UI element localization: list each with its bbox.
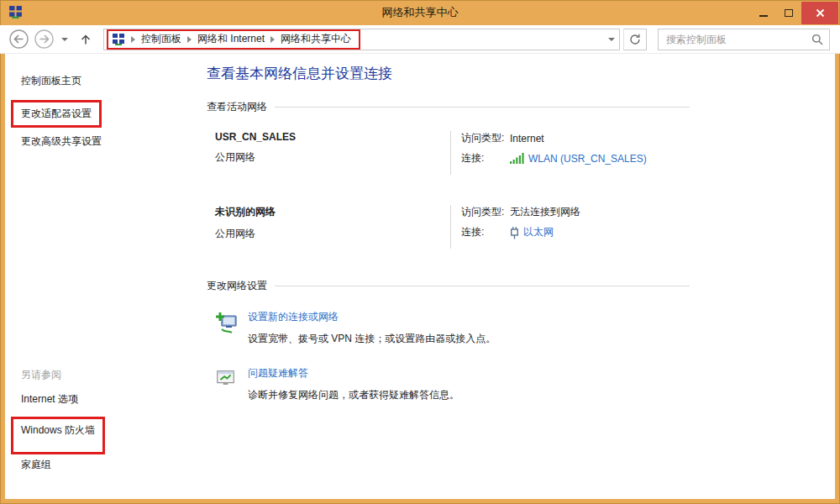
troubleshoot-problems-link[interactable]: 问题疑难解答: [248, 366, 308, 381]
refresh-button[interactable]: [623, 29, 647, 50]
change-settings-label: 更改网络设置: [207, 279, 267, 293]
network-type: 公用网络: [215, 150, 450, 165]
section-rule: [275, 286, 690, 286]
close-icon: [816, 8, 825, 18]
close-button[interactable]: [801, 2, 838, 24]
breadcrumb-arrow-icon[interactable]: [187, 36, 192, 43]
sidebar-item-advanced-sharing[interactable]: 更改高级共享设置: [21, 134, 197, 149]
network-type: 公用网络: [215, 227, 450, 241]
troubleshoot-icon: [215, 366, 239, 402]
breadcrumb-arrow-icon[interactable]: [131, 36, 135, 43]
network-sharing-center-window: 网络和共享中心: [0, 0, 840, 504]
recent-pages-dropdown[interactable]: [59, 38, 71, 41]
network-name: USR_CN_SALES: [215, 131, 450, 143]
ethernet-connection-link[interactable]: 以太网: [523, 225, 554, 239]
task-troubleshoot: 问题疑难解答 诊断并修复网络问题，或者获得疑难解答信息。: [207, 366, 690, 402]
sidebar-item-change-adapter-settings[interactable]: 更改适配器设置: [21, 107, 92, 121]
access-type-label: 访问类型:: [461, 131, 510, 145]
address-bar[interactable]: 控制面板 网络和 Internet 网络和共享中心: [103, 29, 620, 50]
search-input[interactable]: [664, 33, 811, 46]
section-rule: [275, 107, 690, 108]
content-area: 控制面板主页 更改适配器设置 更改高级共享设置 另请参阅 Internet 选项…: [5, 54, 835, 499]
breadcrumb: 控制面板 网络和 Internet 网络和共享中心: [107, 29, 360, 50]
refresh-icon: [629, 34, 641, 45]
main-panel: 查看基本网络信息并设置连接 查看活动网络 USR_CN_SALES 公用网络 访…: [197, 54, 835, 499]
change-settings-header: 更改网络设置: [207, 279, 690, 293]
network-row-ethernet: 未识别的网络 公用网络 访问类型: 无法连接到网络 连接:: [207, 205, 690, 249]
breadcrumb-arrow-icon[interactable]: [270, 36, 275, 43]
navigation-toolbar: 控制面板 网络和 Internet 网络和共享中心: [0, 25, 840, 54]
sidebar-item-internet-options[interactable]: Internet 选项: [21, 392, 105, 407]
sidebar-item-windows-firewall[interactable]: Windows 防火墙: [21, 423, 95, 438]
network-name: 未识别的网络: [215, 205, 450, 219]
sidebar: 控制面板主页 更改适配器设置 更改高级共享设置 另请参阅 Internet 选项…: [5, 54, 197, 499]
sidebar-item-control-panel-home[interactable]: 控制面板主页: [21, 74, 197, 88]
connection-label: 连接:: [461, 151, 510, 165]
search-icon[interactable]: [811, 34, 823, 45]
access-type-value: 无法连接到网络: [510, 205, 580, 219]
search-box: [658, 29, 830, 50]
wifi-signal-icon: [510, 153, 524, 164]
task-new-connection: 设置新的连接或网络 设置宽带、拨号或 VPN 连接；或设置路由器或接入点。: [207, 310, 690, 346]
access-type-label: 访问类型:: [461, 205, 510, 219]
title-bar: 网络和共享中心: [0, 0, 840, 25]
setup-new-connection-link[interactable]: 设置新的连接或网络: [248, 310, 339, 324]
window-title: 网络和共享中心: [0, 5, 840, 20]
network-row-wlan: USR_CN_SALES 公用网络 访问类型: Internet 连接:: [207, 131, 690, 175]
back-button[interactable]: [8, 29, 29, 50]
annotation-box-adapter-settings: 更改适配器设置: [11, 100, 102, 128]
task-description: 诊断并修复网络问题，或者获得疑难解答信息。: [248, 388, 459, 402]
breadcrumb-network-sharing-center[interactable]: 网络和共享中心: [281, 32, 351, 46]
forward-button[interactable]: [34, 29, 55, 50]
chevron-down-icon: [61, 38, 68, 41]
sidebar-item-homegroup[interactable]: 家庭组: [21, 458, 105, 472]
new-connection-icon: [215, 310, 239, 346]
active-networks-label: 查看活动网络: [207, 100, 267, 114]
page-title: 查看基本网络信息并设置连接: [207, 64, 690, 83]
connection-label: 连接:: [461, 225, 510, 239]
address-dropdown-icon[interactable]: [608, 38, 615, 41]
breadcrumb-control-panel[interactable]: 控制面板: [141, 32, 181, 46]
maximize-button[interactable]: [776, 2, 801, 24]
up-button[interactable]: [75, 29, 96, 50]
annotation-box-windows-firewall: Windows 防火墙: [11, 417, 105, 454]
ethernet-icon: [510, 226, 519, 239]
address-network-icon: [112, 33, 125, 46]
minimize-icon: [759, 15, 768, 17]
access-type-value: Internet: [510, 133, 544, 144]
see-also-section: 另请参阅 Internet 选项 Windows 防火墙 家庭组: [21, 368, 105, 482]
active-networks-header: 查看活动网络: [207, 100, 690, 114]
wlan-connection-link[interactable]: WLAN (USR_CN_SALES): [528, 153, 647, 165]
maximize-icon: [785, 9, 793, 17]
minimize-button[interactable]: [751, 2, 776, 24]
task-description: 设置宽带、拨号或 VPN 连接；或设置路由器或接入点。: [248, 332, 496, 346]
window-controls: [751, 0, 838, 25]
breadcrumb-network-internet[interactable]: 网络和 Internet: [197, 32, 265, 46]
see-also-header: 另请参阅: [21, 368, 105, 382]
